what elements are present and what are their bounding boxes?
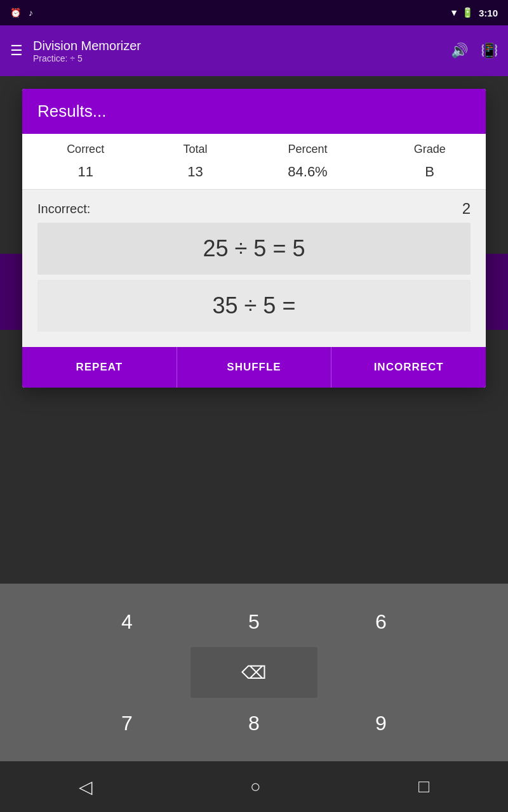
backspace-icon: ⌫: [241, 662, 267, 683]
key-8[interactable]: 8: [190, 698, 318, 749]
alarm-icon: ⏰: [10, 8, 21, 18]
problem-text-1: 25 ÷ 5 = 5: [203, 235, 305, 261]
incorrect-label: Incorrect:: [37, 202, 90, 216]
key-9[interactable]: 9: [318, 698, 444, 749]
bottom-nav: ◁ ○ □: [0, 761, 508, 812]
sound-icon[interactable]: 🔊: [451, 43, 468, 59]
menu-icon[interactable]: ☰: [10, 43, 23, 59]
status-bar: ⏰ ♪ ▾ 🔋 3:10: [0, 0, 508, 25]
numpad-backspace-row: ⌫: [0, 647, 508, 698]
incorrect-problem-1: 25 ÷ 5 = 5: [37, 223, 471, 275]
status-bar-right: ▾ 🔋 3:10: [451, 7, 498, 18]
shuffle-button[interactable]: SHUFFLE: [177, 347, 332, 388]
incorrect-count: 2: [462, 200, 471, 218]
recents-button[interactable]: □: [418, 776, 429, 797]
numpad-area: 4 5 6 ⌫ 7 8 9: [0, 584, 508, 761]
modal-title: Results...: [37, 102, 106, 121]
col-correct: Correct: [22, 134, 149, 160]
results-modal: Results... Correct Total Percent Grade: [22, 89, 486, 388]
col-percent: Percent: [242, 134, 374, 160]
val-total: 13: [149, 160, 241, 189]
numpad-row-2: 7 8 9: [0, 698, 508, 749]
app-subtitle: Practice: ÷ 5: [33, 53, 141, 63]
vibrate-icon[interactable]: 📳: [481, 43, 498, 59]
app-bar-left: ☰ Division Memorizer Practice: ÷ 5: [10, 39, 141, 63]
repeat-button[interactable]: REPEAT: [22, 347, 177, 388]
wifi-icon: ▾: [451, 7, 457, 18]
modal-header: Results...: [22, 89, 486, 134]
incorrect-problem-2: 35 ÷ 5 =: [37, 280, 471, 332]
back-button[interactable]: ◁: [79, 776, 93, 797]
key-5[interactable]: 5: [190, 596, 318, 647]
key-6[interactable]: 6: [318, 596, 444, 647]
numpad-row-1: 4 5 6: [0, 596, 508, 647]
app-bar: ☰ Division Memorizer Practice: ÷ 5 🔊 📳: [0, 25, 508, 76]
incorrect-section: Incorrect: 2 25 ÷ 5 = 5 35 ÷ 5 =: [22, 190, 486, 347]
app-bar-actions: 🔊 📳: [451, 43, 498, 59]
key-4[interactable]: 4: [64, 596, 190, 647]
incorrect-button[interactable]: INCORRECT: [331, 347, 486, 388]
action-buttons: REPEAT SHUFFLE INCORRECT: [22, 347, 486, 388]
status-bar-left: ⏰ ♪: [10, 8, 33, 18]
app-title: Division Memorizer: [33, 39, 141, 53]
backspace-key[interactable]: ⌫: [190, 647, 318, 698]
time-display: 3:10: [479, 8, 498, 18]
col-grade: Grade: [373, 134, 486, 160]
incorrect-header: Incorrect: 2: [37, 200, 471, 218]
val-grade: B: [373, 160, 486, 189]
val-correct: 11: [22, 160, 149, 189]
results-table: Correct Total Percent Grade 11 13 84.6% …: [22, 134, 486, 190]
app-bar-title: Division Memorizer Practice: ÷ 5: [33, 39, 141, 63]
val-percent: 84.6%: [242, 160, 374, 189]
battery-icon: 🔋: [462, 7, 474, 18]
home-button[interactable]: ○: [250, 776, 261, 797]
key-7[interactable]: 7: [64, 698, 190, 749]
music-icon: ♪: [29, 8, 33, 18]
col-total: Total: [149, 134, 241, 160]
problem-text-2: 35 ÷ 5 =: [213, 292, 296, 318]
